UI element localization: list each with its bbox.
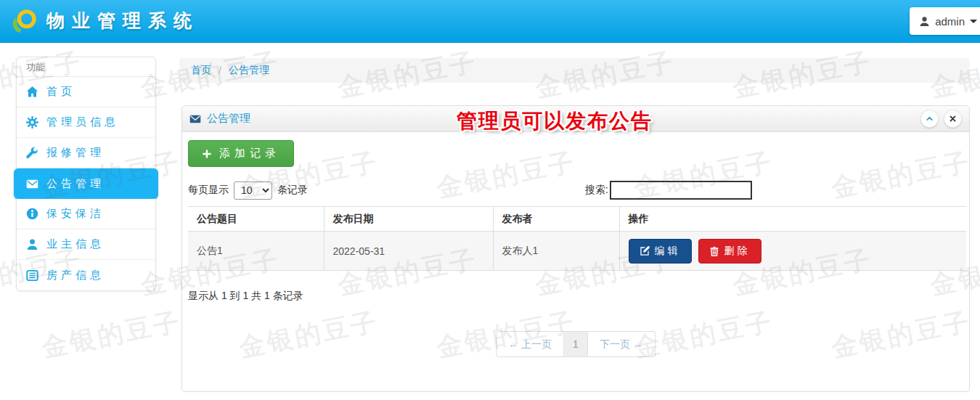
app-title: 物业管理系统: [46, 9, 199, 33]
search-label: 搜索:: [585, 184, 608, 197]
envelope-icon: [26, 178, 38, 190]
pagination-next-button[interactable]: 下一页 →: [588, 331, 656, 357]
announcements-table: 公告题目发布日期发布者操作 公告12022-05-31发布人1编辑删除: [188, 206, 966, 271]
sidebar-item-label: 报修管理: [46, 146, 105, 160]
sidebar-item-envelope[interactable]: 公告管理: [14, 168, 158, 199]
info-icon: [26, 208, 38, 220]
breadcrumb-separator: /: [219, 65, 221, 76]
sidebar: 功能 首页管理员信息报修管理公告管理保安保洁业主信息房产信息: [16, 57, 156, 291]
delete-label: 删除: [724, 245, 751, 258]
table-controls: 每页显示 10 条记录 搜索:: [188, 181, 965, 201]
gear-icon: [26, 116, 38, 128]
logo-icon: [12, 8, 38, 35]
table-row: 公告12022-05-31发布人1编辑删除: [188, 232, 966, 271]
cell-publisher: 发布人1: [493, 232, 619, 271]
sidebar-item-wrench[interactable]: 报修管理: [17, 138, 155, 168]
table-body: 公告12022-05-31发布人1编辑删除: [188, 232, 966, 271]
breadcrumb-home-link[interactable]: 首页: [191, 64, 211, 77]
annotation-text: 管理员可以发布公告: [457, 107, 653, 135]
page-size-suffix: 条记录: [277, 184, 308, 197]
sidebar-item-building[interactable]: 房产信息: [17, 260, 155, 290]
panel-title: 公告管理: [189, 112, 250, 126]
top-header-bar: 物业管理系统 admin: [0, 0, 980, 43]
pagination: ← 上一页 1 下一页 →: [496, 331, 656, 357]
pagination-current-page[interactable]: 1: [564, 331, 588, 357]
edit-button[interactable]: 编辑: [629, 239, 692, 264]
sidebar-item-info[interactable]: 保安保洁: [17, 199, 155, 229]
page-size-control: 每页显示 10 条记录: [188, 181, 308, 200]
watermark-text: 金银的豆子: [38, 304, 184, 366]
sidebar-menu: 首页管理员信息报修管理公告管理保安保洁业主信息房产信息: [17, 77, 155, 290]
panel-header: 公告管理 管理员可以发布公告: [182, 106, 969, 132]
panel-body: 添加记录 每页显示 10 条记录 搜索: 公告题目发布日期发布者操作: [182, 133, 969, 391]
sidebar-item-label: 业主信息: [46, 237, 105, 251]
sidebar-item-gear[interactable]: 管理员信息: [17, 107, 155, 138]
records-summary: 显示从 1 到 1 共 1 条记录: [188, 290, 303, 303]
cell-actions: 编辑删除: [619, 232, 966, 271]
edit-label: 编辑: [655, 245, 681, 258]
sidebar-item-label: 首页: [46, 85, 75, 99]
edit-icon: [640, 246, 650, 256]
user-icon: [26, 238, 38, 250]
sidebar-item-label: 公告管理: [46, 177, 105, 191]
delete-button[interactable]: 删除: [698, 239, 761, 264]
envelope-icon: [189, 113, 201, 125]
add-record-label: 添加记录: [219, 147, 280, 160]
wrench-icon: [26, 147, 38, 159]
chevron-up-icon: [926, 115, 934, 123]
panel-title-text: 公告管理: [207, 112, 250, 126]
caret-down-icon: [970, 20, 977, 23]
column-header: 发布日期: [324, 207, 493, 232]
close-button[interactable]: [944, 110, 962, 128]
plus-icon: [202, 149, 212, 159]
sidebar-item-label: 保安保洁: [46, 207, 105, 221]
collapse-button[interactable]: [920, 110, 939, 128]
sidebar-section-title: 功能: [17, 57, 155, 77]
sidebar-item-label: 管理员信息: [46, 115, 119, 129]
table-header-row: 公告题目发布日期发布者操作: [188, 207, 966, 232]
breadcrumb-current-link[interactable]: 公告管理: [229, 64, 269, 77]
page-size-select[interactable]: 10: [234, 181, 272, 200]
sidebar-item-user[interactable]: 业主信息: [17, 229, 155, 260]
column-header: 发布者: [493, 207, 619, 232]
announcement-panel: 公告管理 管理员可以发布公告 添加记录 每页显示 10: [181, 105, 970, 392]
user-name: admin: [935, 15, 965, 28]
pagination-prev-button[interactable]: ← 上一页: [496, 331, 564, 357]
home-icon: [26, 86, 38, 98]
close-icon: [949, 115, 957, 123]
sidebar-item-label: 房产信息: [46, 269, 105, 282]
search-control: 搜索:: [585, 181, 752, 200]
panel-tools: [920, 110, 962, 128]
sidebar-item-home[interactable]: 首页: [17, 77, 155, 107]
cell-title: 公告1: [188, 232, 324, 271]
page-size-prefix: 每页显示: [188, 184, 229, 197]
user-menu-button[interactable]: admin: [910, 7, 980, 35]
column-header: 公告题目: [188, 207, 324, 232]
column-header: 操作: [619, 207, 966, 232]
breadcrumb: 首页 / 公告管理: [179, 58, 970, 83]
app-root: 物业管理系统 admin 功能 首页管理员信息报修管理公告管理保安保洁业主信息房…: [0, 0, 980, 400]
trash-icon: [709, 246, 719, 256]
add-record-button[interactable]: 添加记录: [188, 140, 294, 167]
search-input[interactable]: [610, 181, 752, 200]
building-icon: [26, 269, 38, 282]
user-icon: [919, 16, 930, 27]
cell-date: 2022-05-31: [324, 232, 493, 271]
